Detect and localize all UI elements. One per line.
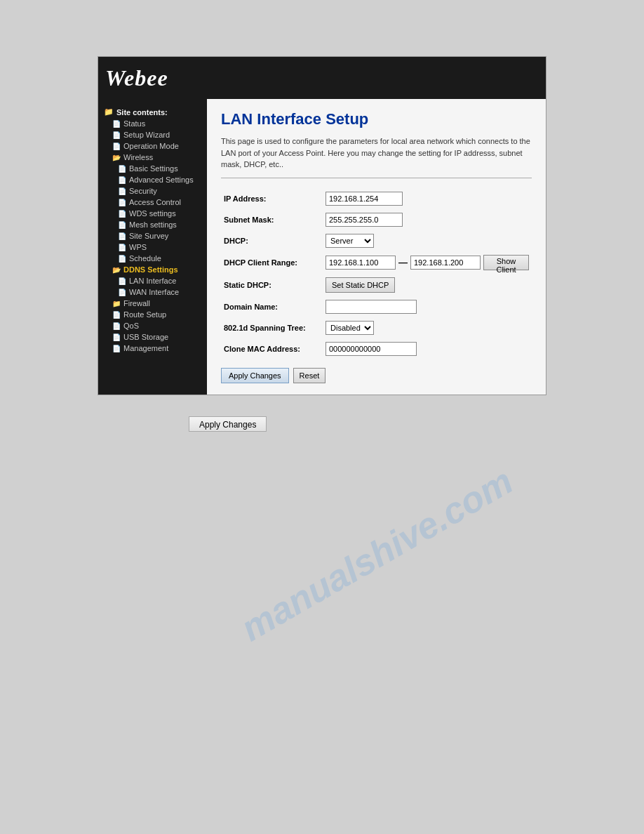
- dhcp-range-container: — Show Client: [326, 255, 529, 270]
- sidebar-item-usb-storage[interactable]: USB Storage: [98, 331, 207, 343]
- logo-text: Webee: [105, 65, 168, 91]
- sidebar-item-route-setup[interactable]: Route Setup: [98, 309, 207, 320]
- subnet-mask-input[interactable]: [326, 213, 403, 227]
- sidebar-item-basic-settings[interactable]: Basic Settings: [98, 163, 207, 174]
- watermark: manualshive.com: [234, 460, 520, 649]
- doc-icon: [118, 254, 126, 263]
- folder-open-icon: [112, 265, 121, 274]
- static-dhcp-label: Static DHCP:: [221, 274, 323, 296]
- sidebar-item-site-survey[interactable]: Site Survey: [98, 230, 207, 241]
- spanning-tree-row: 802.1d Spanning Tree: Disabled Enabled: [221, 317, 532, 338]
- sidebar-item-ddns-settings[interactable]: DDNS Settings: [98, 264, 207, 275]
- page-description: This page is used to configure the param…: [221, 135, 532, 178]
- doc-icon: [118, 187, 126, 195]
- range-dash: —: [398, 257, 408, 267]
- sidebar-item-management[interactable]: Management: [98, 343, 207, 354]
- doc-icon: [118, 164, 126, 173]
- dhcp-range-end-input[interactable]: [410, 256, 481, 270]
- sidebar-item-wan-interface[interactable]: WAN Interface: [98, 286, 207, 298]
- doc-icon: [118, 198, 126, 206]
- apply-changes-button[interactable]: Apply Changes: [221, 368, 289, 383]
- dhcp-client-range-row: DHCP Client Range: — Show Client: [221, 251, 532, 274]
- dhcp-row: DHCP: Server Client Disabled: [221, 230, 532, 251]
- spanning-tree-select[interactable]: Disabled Enabled: [326, 321, 374, 335]
- doc-icon: [112, 131, 121, 139]
- sidebar-item-access-control[interactable]: Access Control: [98, 197, 207, 208]
- sidebar-item-wds-settings[interactable]: WDS settings: [98, 208, 207, 219]
- doc-icon: [112, 310, 121, 319]
- header-bar: Webee: [98, 57, 546, 99]
- doc-icon: [118, 176, 126, 184]
- domain-name-row: Domain Name:: [221, 296, 532, 317]
- logo: Webee: [105, 65, 168, 91]
- dhcp-label: DHCP:: [221, 230, 323, 251]
- show-client-button[interactable]: Show Client: [483, 255, 529, 270]
- content-area: LAN Interface Setup This page is used to…: [207, 99, 546, 395]
- clone-mac-row: Clone MAC Address:: [221, 338, 532, 359]
- doc-icon: [118, 220, 126, 229]
- bottom-apply-changes-button[interactable]: Apply Changes: [189, 416, 267, 432]
- set-static-dhcp-button[interactable]: Set Static DHCP: [326, 277, 395, 293]
- folder-open-icon: [112, 153, 121, 161]
- doc-icon: [118, 288, 126, 296]
- clone-mac-label: Clone MAC Address:: [221, 338, 323, 359]
- sidebar-item-operation-mode[interactable]: Operation Mode: [98, 140, 207, 152]
- form-buttons: Apply Changes Reset: [221, 368, 532, 383]
- sidebar-item-security[interactable]: Security: [98, 185, 207, 197]
- doc-icon: [112, 119, 121, 128]
- clone-mac-input[interactable]: [326, 342, 417, 356]
- folder-icon: [112, 299, 121, 307]
- doc-icon: [118, 232, 126, 240]
- doc-icon: [112, 344, 121, 352]
- doc-icon: [112, 333, 121, 341]
- doc-icon: [118, 243, 126, 251]
- doc-icon: [112, 142, 121, 150]
- sidebar-item-firewall[interactable]: Firewall: [98, 298, 207, 309]
- ip-address-row: IP Address:: [221, 188, 532, 209]
- dhcp-range-start-input[interactable]: [326, 256, 396, 270]
- static-dhcp-row: Static DHCP: Set Static DHCP: [221, 274, 532, 296]
- sidebar-item-status[interactable]: Status: [98, 118, 207, 129]
- sidebar-item-mesh-settings[interactable]: Mesh settings: [98, 219, 207, 230]
- ip-address-input[interactable]: [326, 192, 403, 206]
- spanning-tree-label: 802.1d Spanning Tree:: [221, 317, 323, 338]
- subnet-mask-row: Subnet Mask:: [221, 209, 532, 230]
- reset-button[interactable]: Reset: [293, 368, 326, 383]
- sidebar-item-schedule[interactable]: Schedule: [98, 253, 207, 264]
- dhcp-select[interactable]: Server Client Disabled: [326, 234, 374, 248]
- domain-name-label: Domain Name:: [221, 296, 323, 317]
- doc-icon: [118, 277, 126, 285]
- sidebar: 📁 Site contents: Status Setup Wizard Ope…: [98, 99, 207, 395]
- sidebar-item-wps[interactable]: WPS: [98, 241, 207, 253]
- sidebar-item-lan-interface[interactable]: LAN Interface: [98, 275, 207, 286]
- page-title: LAN Interface Setup: [221, 110, 532, 128]
- sidebar-item-setup-wizard[interactable]: Setup Wizard: [98, 129, 207, 140]
- doc-icon: [118, 209, 126, 218]
- sidebar-section-title: 📁 Site contents:: [98, 105, 207, 118]
- domain-name-input[interactable]: [326, 300, 417, 314]
- sidebar-item-advanced-settings[interactable]: Advanced Settings: [98, 174, 207, 185]
- lan-form-table: IP Address: Subnet Mask:: [221, 188, 532, 359]
- sidebar-item-wireless[interactable]: Wireless: [98, 152, 207, 163]
- doc-icon: [112, 322, 121, 330]
- dhcp-client-range-label: DHCP Client Range:: [221, 251, 323, 274]
- ip-address-label: IP Address:: [221, 188, 323, 209]
- sidebar-item-qos[interactable]: QoS: [98, 320, 207, 331]
- subnet-mask-label: Subnet Mask:: [221, 209, 323, 230]
- sidebar-folder-icon: 📁: [104, 107, 114, 117]
